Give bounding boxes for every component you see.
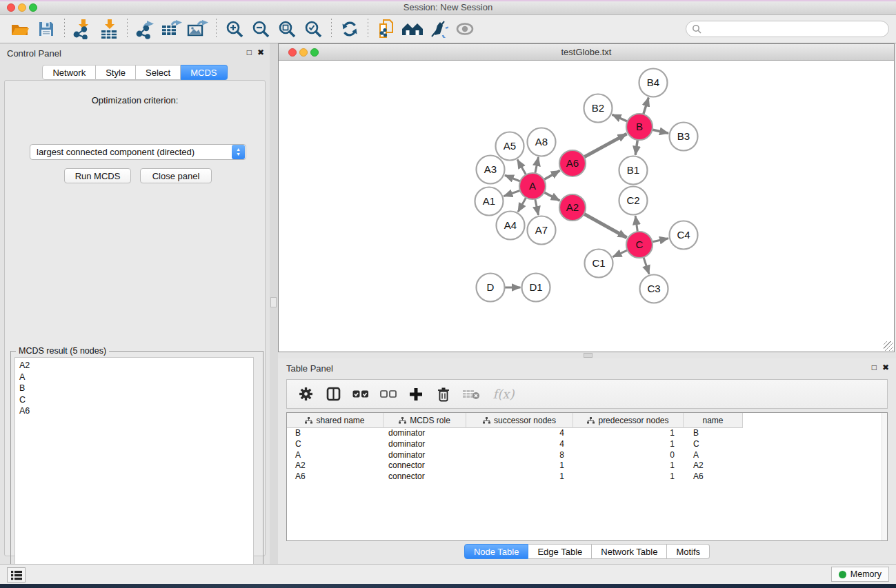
table-panel: Table Panel □ ✖ (278, 358, 896, 564)
zoom-in-button[interactable] (221, 17, 248, 41)
graph-node-label: D (487, 281, 495, 293)
close-panel-button[interactable]: Close panel (140, 168, 212, 183)
mcds-result-item[interactable]: A (19, 372, 253, 383)
tab-motifs[interactable]: Motifs (667, 544, 710, 559)
horizontal-splitter[interactable] (278, 352, 896, 358)
close-panel-icon[interactable]: ✖ (882, 363, 889, 372)
window-resize-grip[interactable] (884, 341, 893, 351)
delete-column-button[interactable] (435, 385, 452, 403)
tab-select[interactable]: Select (136, 65, 181, 80)
tab-style[interactable]: Style (96, 65, 136, 80)
vertical-splitter[interactable] (270, 43, 278, 564)
first-neighbors-button[interactable] (399, 17, 426, 41)
table-row[interactable]: Cdominator41C (287, 439, 887, 450)
mcds-result-item[interactable]: B (19, 383, 253, 394)
search-field[interactable] (686, 21, 889, 37)
refresh-icon (341, 20, 359, 38)
graph-node-label: C1 (592, 257, 605, 269)
mcds-list-scrollbar[interactable] (253, 358, 254, 585)
table-row[interactable]: A6connector11A6 (287, 472, 887, 483)
function-builder-button[interactable]: f(x) (490, 385, 517, 403)
status-bar: Memory (0, 564, 896, 584)
toolbar-separator (368, 19, 368, 39)
memory-button[interactable]: Memory (831, 567, 889, 582)
graph-node-label: B1 (627, 164, 639, 176)
table-scrollbar[interactable] (882, 413, 887, 540)
splitter-handle[interactable] (270, 297, 277, 307)
zoom-out-icon (252, 20, 270, 39)
table-cell: connector (384, 460, 466, 472)
mcds-result-item[interactable]: A6 (19, 405, 253, 417)
hierarchy-icon (483, 417, 490, 424)
import-network-button[interactable] (70, 17, 96, 41)
task-history-button[interactable] (7, 567, 26, 582)
toolbar-separator (64, 19, 65, 39)
export-image-button[interactable] (185, 17, 211, 41)
zoom-in-icon (226, 20, 244, 39)
graph-node-label: D1 (529, 281, 542, 293)
unchecked-boxes-icon (380, 390, 397, 398)
trash-icon (437, 387, 450, 402)
splitter-handle[interactable] (584, 353, 593, 358)
optimization-criterion-label: Optimization criterion: (5, 95, 265, 105)
houses-icon (401, 21, 424, 37)
mcds-result-item[interactable]: A2 (19, 360, 253, 372)
run-mcds-button[interactable]: Run MCDS (64, 168, 131, 183)
table-cell: A2 (287, 460, 384, 472)
column-header-name[interactable]: name (684, 413, 743, 428)
toolbar-separator (127, 19, 128, 39)
export-network-button[interactable] (132, 17, 159, 41)
zoom-fit-button[interactable] (274, 17, 300, 41)
table-cell: 8 (466, 450, 573, 461)
save-session-button[interactable] (33, 17, 59, 41)
show-details-button[interactable] (452, 17, 478, 41)
create-column-button[interactable] (407, 385, 425, 403)
table-row[interactable]: A2connector11A2 (287, 460, 887, 472)
annotation-pen-button[interactable] (426, 17, 452, 41)
graph-node-label: B4 (647, 77, 659, 88)
table-cell: connector (384, 472, 466, 483)
open-session-button[interactable] (7, 17, 33, 41)
zoom-out-button[interactable] (248, 17, 274, 41)
network-canvas[interactable]: B4B2BB3A5A8A6A3B1AA1C2A2A4A7C4CC1DC3D1 (279, 61, 894, 352)
tab-edge-table[interactable]: Edge Table (528, 544, 592, 559)
float-panel-icon[interactable]: □ (247, 48, 252, 57)
table-body: Bdominator41BCdominator41CAdominator80AA… (287, 428, 887, 483)
float-panel-icon[interactable]: □ (872, 363, 877, 372)
select-all-columns-button[interactable] (352, 385, 370, 403)
tab-network[interactable]: Network (42, 65, 96, 80)
table-row[interactable]: Bdominator41B (287, 428, 887, 439)
tab-node-table[interactable]: Node Table (464, 544, 529, 559)
new-network-from-selection-button[interactable] (373, 17, 399, 41)
close-panel-icon[interactable]: ✖ (257, 48, 264, 57)
zoom-selected-button[interactable] (300, 17, 326, 41)
main-toolbar (0, 15, 896, 43)
search-input[interactable] (702, 22, 888, 36)
column-header-predecessor-nodes[interactable]: predecessor nodes (573, 413, 684, 428)
dropdown-stepper-icon: ▲▼ (232, 145, 245, 159)
tab-network-table[interactable]: Network Table (592, 544, 667, 559)
graph-node-label: C (636, 239, 644, 250)
column-header-shared-name[interactable]: shared name (287, 413, 384, 428)
column-header-mcds-role[interactable]: MCDS role (384, 413, 466, 428)
table-cell: 1 (573, 439, 684, 450)
delete-table-button[interactable] (462, 385, 480, 403)
unselect-all-columns-button[interactable] (379, 385, 397, 403)
tab-mcds[interactable]: MCDS (181, 65, 227, 80)
table-settings-button[interactable] (297, 385, 315, 403)
delete-table-icon (462, 389, 480, 400)
table-row[interactable]: Adominator80A (287, 450, 887, 461)
criterion-dropdown[interactable]: largest connected component (directed) ▲… (30, 144, 246, 160)
network-window-titlebar[interactable]: testGlobe.txt (279, 44, 894, 61)
import-table-button[interactable] (96, 17, 122, 41)
refresh-layout-button[interactable] (337, 17, 363, 41)
mcds-result-group: MCDS result (5 nodes) A2ABCA6 (10, 351, 263, 588)
network-view-window: testGlobe.txt B4B2BB3A5A8A6A3B1AA1C2A2A4… (278, 43, 895, 352)
column-visibility-button[interactable] (324, 385, 342, 403)
checked-boxes-icon (352, 390, 369, 398)
column-header-successor-nodes[interactable]: successor nodes (466, 413, 573, 428)
mcds-result-list[interactable]: A2ABCA6 (14, 357, 254, 585)
import-network-icon (72, 19, 93, 39)
mcds-result-item[interactable]: C (19, 394, 253, 406)
export-table-button[interactable] (159, 17, 185, 41)
